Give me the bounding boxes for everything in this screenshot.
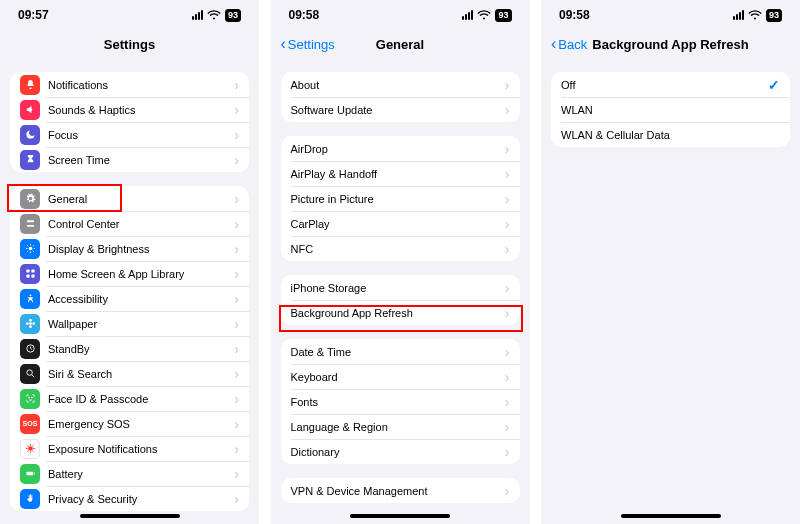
row-pip[interactable]: Picture in Picture› (281, 186, 520, 211)
row-airplay[interactable]: AirPlay & Handoff› (281, 161, 520, 186)
chevron-right-icon: › (505, 242, 510, 256)
content: Notifications › Sounds & Haptics › Focus… (0, 72, 259, 511)
row-iphone-storage[interactable]: iPhone Storage› (281, 275, 520, 300)
status-icons: 93 (192, 9, 241, 22)
battery-icon: 93 (495, 9, 511, 22)
row-faceid[interactable]: Face ID & Passcode › (10, 386, 249, 411)
row-bg-app-refresh[interactable]: Background App Refresh› (281, 300, 520, 325)
chevron-right-icon: › (505, 217, 510, 231)
row-label: AirPlay & Handoff (291, 168, 505, 180)
row-software-update[interactable]: Software Update› (281, 97, 520, 122)
chevron-right-icon: › (505, 395, 510, 409)
row-label: Fonts (291, 396, 505, 408)
content: Off ✓ WLAN WLAN & Cellular Data (541, 72, 800, 147)
chevron-right-icon: › (234, 128, 239, 142)
row-wlan-cellular[interactable]: WLAN & Cellular Data (551, 122, 790, 147)
navbar: Settings (0, 30, 259, 58)
row-control-center[interactable]: Control Center › (10, 211, 249, 236)
general-group-1: About› Software Update› (281, 72, 520, 122)
wifi-icon (207, 10, 221, 20)
svg-point-9 (29, 319, 32, 322)
chevron-right-icon: › (505, 281, 510, 295)
row-airdrop[interactable]: AirDrop› (281, 136, 520, 161)
signal-icon (462, 10, 473, 20)
battery-icon: 93 (766, 9, 782, 22)
home-indicator[interactable] (80, 514, 180, 518)
row-privacy[interactable]: Privacy & Security › (10, 486, 249, 511)
row-about[interactable]: About› (281, 72, 520, 97)
clock-icon (20, 339, 40, 359)
row-siri[interactable]: Siri & Search › (10, 361, 249, 386)
row-display[interactable]: Display & Brightness › (10, 236, 249, 261)
row-date-time[interactable]: Date & Time› (281, 339, 520, 364)
chevron-right-icon: › (234, 242, 239, 256)
row-label: WLAN (561, 104, 780, 116)
row-label: Off (561, 79, 768, 91)
row-sos[interactable]: SOS Emergency SOS › (10, 411, 249, 436)
row-focus[interactable]: Focus › (10, 122, 249, 147)
row-label: WLAN & Cellular Data (561, 129, 780, 141)
row-keyboard[interactable]: Keyboard› (281, 364, 520, 389)
row-label: Exposure Notifications (48, 443, 234, 455)
row-standby[interactable]: StandBy › (10, 336, 249, 361)
row-label: Battery (48, 468, 234, 480)
row-label: Screen Time (48, 154, 234, 166)
screen-bg-refresh: 09:58 93 ‹ Back Background App Refresh O… (541, 0, 800, 524)
speaker-icon (20, 100, 40, 120)
home-indicator[interactable] (621, 514, 721, 518)
row-label: Focus (48, 129, 234, 141)
status-icons: 93 (733, 9, 782, 22)
status-time: 09:58 (289, 8, 320, 22)
back-button[interactable]: ‹ Settings (281, 36, 335, 52)
switches-icon (20, 214, 40, 234)
chevron-right-icon: › (234, 317, 239, 331)
svg-point-16 (31, 397, 32, 398)
svg-rect-3 (26, 269, 29, 272)
row-notifications[interactable]: Notifications › (10, 72, 249, 97)
page-title: General (376, 37, 424, 52)
row-nfc[interactable]: NFC› (281, 236, 520, 261)
chevron-right-icon: › (234, 192, 239, 206)
row-exposure[interactable]: Exposure Notifications › (10, 436, 249, 461)
row-label: Picture in Picture (291, 193, 505, 205)
row-label: NFC (291, 243, 505, 255)
row-wallpaper[interactable]: Wallpaper › (10, 311, 249, 336)
row-label: Background App Refresh (291, 307, 505, 319)
check-icon: ✓ (768, 77, 780, 93)
row-wlan[interactable]: WLAN (551, 97, 790, 122)
svg-point-10 (29, 325, 32, 328)
chevron-left-icon: ‹ (281, 36, 286, 52)
row-screentime[interactable]: Screen Time › (10, 147, 249, 172)
row-label: Home Screen & App Library (48, 268, 234, 280)
svg-rect-4 (31, 269, 34, 272)
row-label: Siri & Search (48, 368, 234, 380)
gear-icon (20, 189, 40, 209)
row-homescreen[interactable]: Home Screen & App Library › (10, 261, 249, 286)
home-indicator[interactable] (350, 514, 450, 518)
back-button[interactable]: ‹ Back (551, 36, 587, 52)
row-accessibility[interactable]: Accessibility › (10, 286, 249, 311)
battery-row-icon (20, 464, 40, 484)
row-general[interactable]: General › (10, 186, 249, 211)
page-title: Background App Refresh (592, 37, 748, 52)
row-vpn[interactable]: VPN & Device Management› (281, 478, 520, 503)
row-off[interactable]: Off ✓ (551, 72, 790, 97)
virus-icon (20, 439, 40, 459)
row-fonts[interactable]: Fonts› (281, 389, 520, 414)
row-label: VPN & Device Management (291, 485, 505, 497)
row-carplay[interactable]: CarPlay› (281, 211, 520, 236)
row-label: Date & Time (291, 346, 505, 358)
svg-point-12 (32, 322, 35, 325)
status-time: 09:58 (559, 8, 590, 22)
row-label: Software Update (291, 104, 505, 116)
chevron-right-icon: › (505, 167, 510, 181)
row-dictionary[interactable]: Dictionary› (281, 439, 520, 464)
chevron-right-icon: › (234, 217, 239, 231)
chevron-right-icon: › (505, 484, 510, 498)
row-label: Display & Brightness (48, 243, 234, 255)
row-language[interactable]: Language & Region› (281, 414, 520, 439)
row-sounds[interactable]: Sounds & Haptics › (10, 97, 249, 122)
svg-rect-6 (31, 274, 34, 277)
row-battery[interactable]: Battery › (10, 461, 249, 486)
battery-icon: 93 (225, 9, 241, 22)
